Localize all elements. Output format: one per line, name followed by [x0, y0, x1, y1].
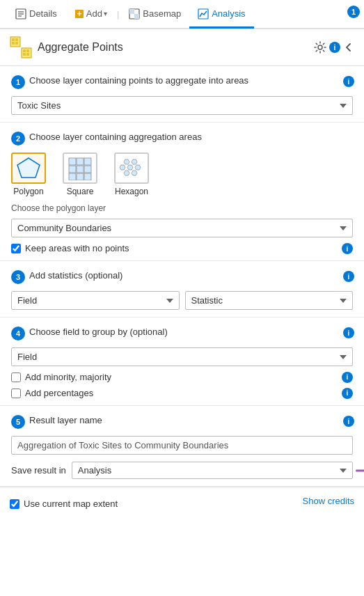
hexagon-label: Hexagon: [115, 187, 148, 196]
svg-rect-19: [26, 53, 29, 56]
svg-marker-33: [127, 165, 133, 170]
polygon-icon: [16, 157, 41, 180]
svg-rect-14: [15, 42, 18, 45]
square-box[interactable]: [63, 152, 97, 184]
panel-title-row: Aggregate Points: [10, 36, 123, 58]
field-dropdown[interactable]: Field: [11, 291, 180, 310]
polygon-box[interactable]: [11, 152, 46, 184]
section-2: 2 Choose layer containing aggregation ar…: [0, 123, 364, 261]
statistic-dropdown[interactable]: Statistic: [185, 291, 354, 310]
svg-rect-28: [69, 173, 76, 180]
details-icon: [15, 8, 26, 19]
nav-divider1: |: [116, 9, 120, 19]
section-3: 3 Add statistics (optional) i Field Stat…: [0, 261, 364, 317]
svg-marker-37: [120, 165, 125, 170]
gear-icon[interactable]: [314, 41, 326, 54]
step-4-circle: 4: [11, 327, 25, 340]
minority-majority-label: Add minority, majority: [25, 372, 111, 382]
minority-info-icon[interactable]: i: [342, 372, 353, 383]
svg-rect-27: [84, 166, 91, 173]
add-icon: +: [74, 8, 85, 19]
svg-rect-25: [69, 166, 76, 173]
bottom-bar: 6 7 Use current map extent Show credits: [0, 487, 364, 515]
shape-row: Polygon Square: [11, 152, 353, 196]
section-3-title: Add statistics (optional): [29, 269, 122, 282]
percentages-label: Add percentages: [25, 388, 93, 398]
svg-rect-22: [69, 158, 76, 165]
basemap-icon: [129, 8, 140, 19]
percentages-checkbox[interactable]: [11, 389, 21, 398]
section-4-info-icon[interactable]: i: [343, 327, 354, 338]
group-field-dropdown[interactable]: Field: [11, 347, 353, 366]
nav-float-circle-1[interactable]: 1: [347, 6, 360, 18]
svg-rect-7: [129, 9, 134, 14]
section-3-label: 3 Add statistics (optional): [11, 269, 353, 284]
nav-details-label: Details: [29, 8, 57, 19]
result-name-input[interactable]: [11, 436, 353, 455]
section-1-info-icon[interactable]: i: [343, 76, 354, 87]
section-4-title: Choose field to group by (optional): [29, 326, 168, 338]
analysis-icon: [198, 8, 209, 19]
field-stat-row: Field Statistic: [11, 291, 353, 310]
svg-text:+: +: [77, 9, 81, 19]
nav-item-details[interactable]: Details: [7, 1, 65, 29]
shape-polygon[interactable]: Polygon: [11, 152, 46, 196]
keep-areas-checkbox-row: Keep areas with no points i: [11, 243, 353, 253]
nav-item-analysis[interactable]: Analysis: [189, 1, 253, 29]
hexagon-icon: [119, 157, 144, 180]
section-2-label: 2 Choose layer containing aggregation ar…: [11, 131, 353, 146]
svg-marker-34: [135, 165, 141, 170]
nav-item-add[interactable]: + Add ▾: [65, 1, 116, 29]
panel-info-icon[interactable]: i: [329, 42, 340, 53]
aggregate-icon: [10, 36, 32, 58]
keep-areas-label: Keep areas with no points: [25, 243, 129, 253]
svg-rect-8: [134, 14, 139, 19]
panel-header-actions: i 2: [314, 41, 354, 54]
keep-areas-info-icon[interactable]: i: [342, 243, 353, 254]
svg-rect-11: [12, 38, 15, 41]
keep-areas-checkbox[interactable]: [11, 244, 21, 253]
save-row: Save result in Analysis 5: [11, 462, 353, 479]
step-3-circle: 3: [11, 270, 25, 284]
back-arrow-icon[interactable]: [343, 42, 354, 53]
shape-hexagon[interactable]: Hexagon: [114, 152, 149, 196]
aggregation-layer-dropdown[interactable]: Community Boundaries: [11, 219, 353, 237]
step-2-circle: 2: [11, 132, 25, 146]
svg-rect-26: [77, 166, 84, 173]
hexagon-box[interactable]: [114, 152, 149, 184]
section-4: 4 Choose field to group by (optional) i …: [0, 317, 364, 406]
nav-item-basemap[interactable]: Basemap: [120, 1, 189, 29]
svg-rect-12: [15, 38, 18, 41]
svg-rect-18: [23, 53, 26, 56]
section-1-title: Choose layer containing points to aggreg…: [29, 74, 248, 87]
svg-rect-16: [23, 49, 26, 52]
top-nav: Details + Add ▾ | Basemap Analysis 1: [0, 0, 364, 29]
polygon-sublabel: Choose the polygon layer: [11, 203, 353, 213]
map-extent-checkbox[interactable]: [10, 499, 19, 509]
percentages-info-icon[interactable]: i: [342, 388, 353, 399]
panel-title: Aggregate Points: [38, 41, 123, 54]
section-5-title: Result layer name: [29, 414, 102, 427]
svg-marker-32: [132, 159, 137, 164]
save-label: Save result in: [11, 465, 66, 476]
section-1-label: 1 Choose layer containing points to aggr…: [11, 74, 353, 89]
show-credits-link[interactable]: Show credits: [303, 496, 354, 506]
shape-square[interactable]: Square: [63, 152, 97, 196]
step-1-circle: 1: [11, 75, 25, 89]
section-4-label: 4 Choose field to group by (optional): [11, 326, 353, 340]
layer-dropdown-1[interactable]: Toxic Sites: [11, 96, 353, 115]
section-3-info-icon[interactable]: i: [343, 271, 354, 282]
svg-rect-30: [84, 173, 91, 180]
section-5: 4 5 Result layer name i Save result in A…: [0, 406, 364, 487]
svg-marker-36: [132, 171, 137, 175]
nav-add-label: Add: [86, 8, 102, 19]
save-dropdown[interactable]: Analysis: [72, 462, 353, 479]
svg-rect-23: [77, 158, 84, 165]
map-extent-row: Use current map extent: [10, 499, 118, 509]
minority-majority-checkbox[interactable]: [11, 372, 21, 382]
svg-rect-13: [12, 42, 15, 45]
section-5-info-icon[interactable]: i: [343, 416, 354, 427]
panel-header: Aggregate Points i 2: [0, 29, 364, 66]
svg-marker-31: [124, 159, 129, 164]
section-5-label: 5 Result layer name: [11, 414, 353, 429]
